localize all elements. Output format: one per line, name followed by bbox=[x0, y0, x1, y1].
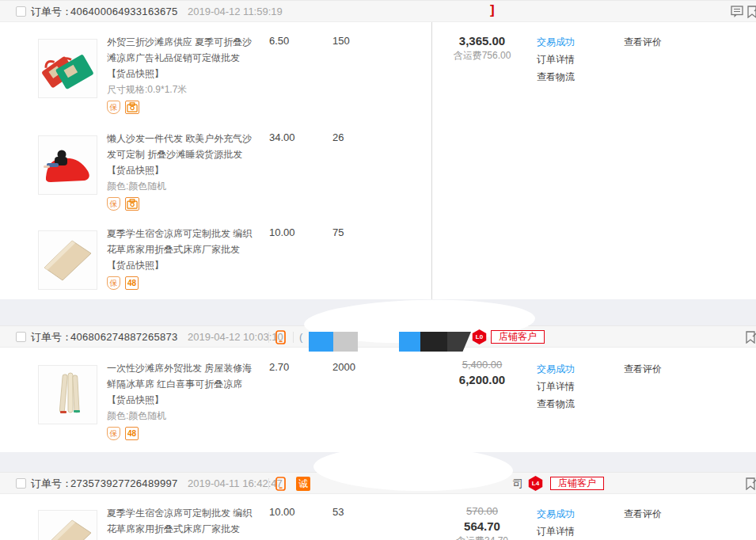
product-row: 一次性沙滩席外贸批发 房屋装修海鲜隔冰草席 红白喜事可折叠凉席 【货品快照】 颜… bbox=[0, 360, 431, 457]
beach-mats-picture bbox=[39, 40, 97, 97]
product-title[interactable]: 外贸三折沙滩席供应 夏季可折叠沙滩凉席广告礼品促销可定做批发 【货品快照】 bbox=[107, 34, 253, 82]
mobile-order-icon bbox=[275, 330, 286, 347]
redaction-block bbox=[309, 332, 333, 352]
product-title[interactable]: 夏季学生宿舍凉席可定制批发 编织花草席家用折叠式床席厂家批发 【货品快照】 bbox=[107, 505, 253, 540]
inflatable-sofa-picture bbox=[39, 136, 97, 194]
guarantee-badge-icon: 保 bbox=[107, 427, 120, 440]
order-amount: 5,400.00 6,200.00 bbox=[435, 358, 529, 387]
order-list-page: 订单号： 406400064933163675 2019-04-12 11:59… bbox=[0, 0, 756, 540]
order-number: 406400064933163675 bbox=[70, 1, 178, 22]
product-row: 夏季学生宿舍凉席可定制批发 编织花草席家用折叠式床席厂家批发 【货品快照】 保 … bbox=[0, 505, 431, 540]
snapshot-camera-icon bbox=[125, 101, 139, 114]
order-checkbox[interactable] bbox=[16, 332, 26, 342]
snapshot-camera-icon bbox=[125, 197, 139, 211]
order-amount: 570.00 564.70 含运费34.70 bbox=[435, 504, 529, 540]
unit-price: 10.00 bbox=[269, 506, 318, 518]
product-spec: 尺寸规格:0.9*1.7米 bbox=[107, 82, 253, 97]
order-products-panel: 一次性沙滩席外贸批发 房屋装修海鲜隔冰草席 红白喜事可折叠凉席 【货品快照】 颜… bbox=[0, 348, 756, 452]
logistics-link[interactable]: 查看物流 bbox=[537, 68, 610, 86]
shop-customer-tag: 店铺客户 bbox=[491, 330, 545, 344]
order-detail-link[interactable]: 订单详情 bbox=[537, 51, 610, 68]
order-total: 6,200.00 bbox=[435, 372, 529, 387]
divider bbox=[268, 478, 269, 489]
product-image[interactable] bbox=[38, 135, 97, 195]
order-header: 订单号： 406400064933163675 2019-04-12 11:59… bbox=[0, 0, 756, 22]
product-image[interactable] bbox=[38, 230, 97, 290]
straw-mat-picture bbox=[39, 511, 97, 540]
company-name-fragment: 司 bbox=[513, 473, 523, 494]
product-image[interactable] bbox=[38, 365, 97, 424]
shipping-note: 含运费756.00 bbox=[435, 48, 529, 63]
ship-48h-badge-icon: 48 bbox=[125, 427, 139, 440]
product-row: 外贸三折沙滩席供应 夏季可折叠沙滩凉席广告礼品促销可定做批发 【货品快照】 尺寸… bbox=[0, 34, 431, 131]
unit-price: 10.00 bbox=[269, 226, 318, 238]
shop-customer-tag: 店铺客户 bbox=[550, 477, 604, 490]
column-divider bbox=[431, 22, 432, 299]
ship-48h-badge-icon: 48 bbox=[125, 276, 139, 290]
divider bbox=[268, 332, 269, 343]
product-spec: 颜色:颜色随机 bbox=[107, 178, 253, 194]
order-actions: 交易成功 订单详情 查看物流 bbox=[537, 505, 610, 540]
product-title[interactable]: 一次性沙滩席外贸批发 房屋装修海鲜隔冰草席 红白喜事可折叠凉席 【货品快照】 bbox=[107, 360, 253, 408]
quantity: 75 bbox=[332, 226, 374, 238]
order-actions: 交易成功 订单详情 查看物流 bbox=[537, 33, 610, 86]
guarantee-badge-icon: 保 bbox=[107, 197, 120, 211]
original-price: 570.00 bbox=[435, 504, 529, 519]
order-detail-link[interactable]: 订单详情 bbox=[537, 378, 610, 395]
product-title[interactable]: 懒人沙发一件代发 欧美户外充气沙发可定制 折叠沙滩睡袋货源批发 【货品快照】 bbox=[107, 131, 253, 178]
quantity: 26 bbox=[332, 131, 374, 143]
quantity: 150 bbox=[332, 35, 374, 47]
guarantee-badge-icon: 保 bbox=[107, 101, 120, 114]
guarantee-badge-icon: 保 bbox=[107, 276, 120, 290]
review-link[interactable]: 查看评价 bbox=[624, 505, 662, 523]
original-price: 5,400.00 bbox=[435, 358, 529, 372]
order-status: 交易成功 bbox=[537, 508, 575, 519]
order-number-label: 订单号： bbox=[31, 326, 72, 348]
order-checkbox[interactable] bbox=[16, 478, 26, 489]
order-number-label: 订单号： bbox=[31, 473, 72, 494]
remark-flag-icon[interactable] bbox=[747, 6, 756, 21]
product-image[interactable] bbox=[38, 510, 97, 540]
order-actions: 交易成功 订单详情 查看物流 bbox=[537, 360, 610, 413]
redaction-block bbox=[333, 332, 358, 352]
quantity: 53 bbox=[332, 506, 374, 518]
product-row: 懒人沙发一件代发 欧美户外充气沙发可定制 折叠沙滩睡袋货源批发 【货品快照】 颜… bbox=[0, 131, 431, 227]
redaction-block bbox=[420, 332, 447, 352]
order-number: 273573927726489997 bbox=[70, 473, 178, 494]
unit-price: 6.50 bbox=[269, 35, 318, 47]
order-detail-link[interactable]: 订单详情 bbox=[537, 523, 610, 540]
order-checkbox[interactable] bbox=[16, 6, 26, 17]
order-number: 406806274887265873 bbox=[70, 326, 178, 348]
product-title[interactable]: 夏季学生宿舍凉席可定制批发 编织花草席家用折叠式床席厂家批发 【货品快照】 bbox=[107, 226, 253, 273]
divider bbox=[293, 332, 294, 343]
order-total: 564.70 bbox=[435, 519, 529, 534]
order-number-label: 订单号： bbox=[31, 1, 72, 22]
review-link[interactable]: 查看评价 bbox=[624, 360, 662, 378]
order-status: 交易成功 bbox=[537, 36, 575, 48]
shipping-note: 含运费34.70 bbox=[435, 534, 529, 540]
quantity: 2000 bbox=[332, 361, 374, 373]
redaction-block bbox=[399, 332, 420, 352]
order-amount: 3,365.00 含运费756.00 bbox=[435, 33, 529, 63]
mobile-order-icon bbox=[275, 477, 286, 493]
logistics-link[interactable]: 查看物流 bbox=[537, 395, 610, 413]
order-products-panel: 夏季学生宿舍凉席可定制批发 编织花草席家用折叠式床席厂家批发 【货品快照】 保 … bbox=[0, 494, 756, 540]
straw-mat-picture bbox=[39, 231, 97, 289]
order-products-panel: 外贸三折沙滩席供应 夏季可折叠沙滩凉席广告礼品促销可定做批发 【货品快照】 尺寸… bbox=[0, 22, 756, 299]
product-image[interactable] bbox=[38, 39, 97, 98]
unit-price: 2.70 bbox=[269, 361, 318, 373]
message-icon[interactable] bbox=[731, 6, 744, 21]
rolled-mats-picture bbox=[39, 366, 97, 424]
order-time: 2019-04-12 11:59:19 bbox=[188, 1, 283, 22]
redaction-bracket: ] bbox=[490, 2, 495, 18]
product-spec: 颜色:颜色随机 bbox=[107, 408, 253, 424]
remark-flag-icon[interactable] bbox=[745, 477, 756, 492]
order-total: 3,365.00 bbox=[435, 33, 529, 48]
unit-price: 34.00 bbox=[269, 131, 318, 143]
review-link[interactable]: 查看评价 bbox=[624, 33, 662, 51]
chengxintong-badge-icon: 诚 bbox=[296, 477, 310, 491]
remark-flag-icon[interactable] bbox=[745, 331, 756, 346]
buyer-name-fragment: ( bbox=[299, 326, 302, 348]
order-status: 交易成功 bbox=[537, 363, 575, 375]
